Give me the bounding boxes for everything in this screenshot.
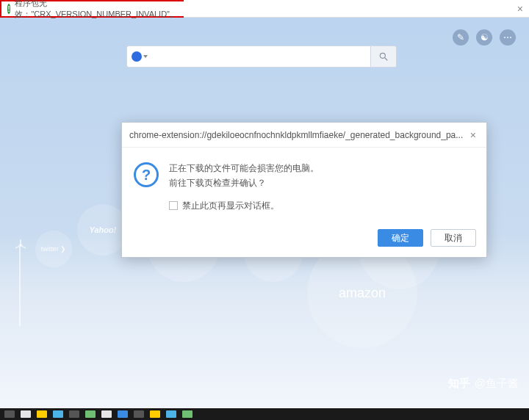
- dialog-close-icon[interactable]: ×: [467, 129, 479, 141]
- taskbar-app-icon[interactable]: [69, 410, 79, 418]
- dialog-line-1: 正在下载的文件可能会损害您的电脑。: [169, 161, 319, 175]
- checkbox-icon[interactable]: [169, 201, 178, 210]
- windmill-decoration: [9, 238, 31, 326]
- taskbar-app-icon[interactable]: [53, 410, 63, 418]
- taskbar-app-icon[interactable]: [4, 410, 15, 418]
- dialog-message: 正在下载的文件可能会损害您的电脑。 前往下载页检查并确认？ 禁止此页再显示对话框…: [169, 161, 319, 216]
- suppress-checkbox-label: 禁止此页再显示对话框。: [182, 198, 279, 213]
- dialog-footer: 确定 取消: [122, 222, 486, 257]
- search-icon: [378, 51, 389, 62]
- cancel-button[interactable]: 取消: [431, 229, 476, 247]
- dialog-line-2: 前往下载页检查并确认？: [169, 175, 319, 190]
- taskbar-app-icon[interactable]: [21, 410, 31, 418]
- taskbar-app-icon[interactable]: [134, 410, 144, 418]
- svg-line-1: [385, 58, 388, 61]
- confirm-dialog: chrome-extension://gdekiloeocnfnochnkldp…: [121, 122, 487, 258]
- search-bar: [126, 46, 397, 68]
- baidu-paw-icon: [132, 51, 142, 62]
- watermark-brand: 知乎: [448, 377, 470, 391]
- taskbar-app-icon[interactable]: [85, 410, 96, 418]
- link-twitter[interactable]: twitter ❯: [35, 231, 72, 267]
- taskbar-app-icon[interactable]: [166, 410, 176, 418]
- dialog-titlebar: chrome-extension://gdekiloeocnfnochnkldp…: [122, 123, 486, 148]
- warning-icon: !: [7, 4, 10, 14]
- search-engine-picker[interactable]: [126, 46, 151, 68]
- error-banner: ! 程序包无效："CRX_VERSION_NUMBER_INVALID"。: [0, 0, 184, 18]
- svg-point-0: [380, 53, 385, 58]
- header-actions: ✎ ☯: [453, 29, 516, 46]
- close-icon[interactable]: ×: [517, 3, 523, 15]
- taskbar-app-icon[interactable]: [101, 410, 112, 418]
- watermark-user: @鱼子酱: [475, 377, 519, 391]
- page-background: ✎ ☯ Yahoo! twitter ❯ facebook AliExpress…: [0, 18, 529, 408]
- ok-button[interactable]: 确定: [378, 229, 423, 247]
- search-button[interactable]: [370, 46, 397, 68]
- taskbar[interactable]: [0, 408, 529, 420]
- taskbar-app-icon[interactable]: [182, 410, 192, 418]
- taskbar-app-icon[interactable]: [118, 410, 128, 418]
- watermark: 知乎 @鱼子酱: [448, 377, 519, 391]
- dialog-title-text: chrome-extension://gdekiloeocnfnochnkldp…: [129, 130, 467, 140]
- suppress-checkbox-row[interactable]: 禁止此页再显示对话框。: [169, 198, 319, 213]
- taskbar-app-icon[interactable]: [37, 410, 47, 418]
- search-input[interactable]: [151, 46, 370, 68]
- taskbar-app-icon[interactable]: [150, 410, 160, 418]
- chevron-down-icon: [143, 55, 148, 58]
- question-icon: ?: [134, 162, 159, 187]
- more-icon[interactable]: [500, 29, 516, 46]
- theme-icon[interactable]: ☯: [476, 29, 492, 46]
- error-message: 程序包无效："CRX_VERSION_NUMBER_INVALID"。: [15, 0, 178, 20]
- edit-icon[interactable]: ✎: [453, 29, 469, 46]
